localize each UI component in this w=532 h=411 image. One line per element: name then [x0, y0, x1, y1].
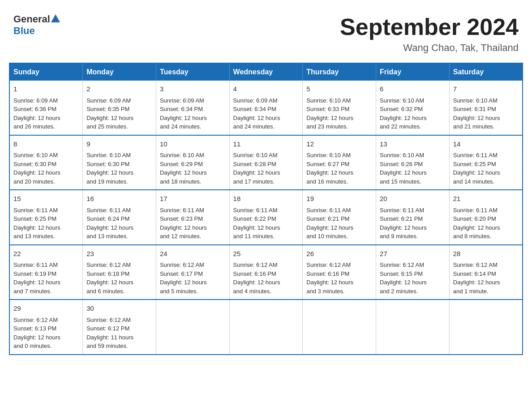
day-number: 11: [233, 139, 299, 150]
day-info: Sunrise: 6:11 AMSunset: 6:21 PMDaylight:…: [380, 207, 427, 240]
day-info: Sunrise: 6:12 AMSunset: 6:15 PMDaylight:…: [380, 261, 427, 295]
calendar-cell: 17 Sunrise: 6:11 AMSunset: 6:23 PMDaylig…: [156, 190, 229, 245]
day-number: 1: [13, 84, 79, 94]
calendar-header-row: SundayMondayTuesdayWednesdayThursdayFrid…: [9, 63, 523, 81]
weekday-header-thursday: Thursday: [303, 63, 376, 81]
calendar-cell: 9 Sunrise: 6:10 AMSunset: 6:30 PMDayligh…: [83, 135, 156, 190]
day-info: Sunrise: 6:12 AMSunset: 6:16 PMDaylight:…: [233, 261, 280, 295]
day-info: Sunrise: 6:12 AMSunset: 6:17 PMDaylight:…: [160, 261, 207, 295]
calendar-cell: 21 Sunrise: 6:11 AMSunset: 6:20 PMDaylig…: [449, 190, 523, 245]
calendar-cell: 6 Sunrise: 6:10 AMSunset: 6:32 PMDayligh…: [376, 81, 450, 135]
day-number: 23: [86, 249, 152, 259]
calendar-cell: 23 Sunrise: 6:12 AMSunset: 6:18 PMDaylig…: [83, 245, 156, 300]
calendar-cell: [303, 300, 376, 355]
day-info: Sunrise: 6:10 AMSunset: 6:33 PMDaylight:…: [306, 97, 353, 130]
day-info: Sunrise: 6:11 AMSunset: 6:19 PMDaylight:…: [13, 261, 60, 295]
calendar-cell: 11 Sunrise: 6:10 AMSunset: 6:28 PMDaylig…: [229, 135, 303, 190]
calendar-cell: [229, 300, 303, 355]
day-info: Sunrise: 6:11 AMSunset: 6:25 PMDaylight:…: [13, 207, 60, 240]
calendar-cell: 15 Sunrise: 6:11 AMSunset: 6:25 PMDaylig…: [9, 190, 83, 245]
calendar-cell: 22 Sunrise: 6:11 AMSunset: 6:19 PMDaylig…: [9, 245, 83, 300]
day-info: Sunrise: 6:09 AMSunset: 6:34 PMDaylight:…: [160, 97, 207, 130]
day-number: 24: [160, 249, 226, 259]
logo-general: General: [13, 13, 50, 25]
calendar-cell: 13 Sunrise: 6:10 AMSunset: 6:26 PMDaylig…: [376, 135, 450, 190]
calendar-week-row: 29 Sunrise: 6:12 AMSunset: 6:13 PMDaylig…: [9, 300, 523, 355]
day-info: Sunrise: 6:11 AMSunset: 6:21 PMDaylight:…: [306, 207, 353, 240]
calendar-cell: 16 Sunrise: 6:11 AMSunset: 6:24 PMDaylig…: [83, 190, 156, 245]
weekday-header-sunday: Sunday: [9, 63, 83, 81]
day-number: 5: [306, 84, 372, 94]
day-number: 6: [380, 84, 446, 94]
day-info: Sunrise: 6:12 AMSunset: 6:16 PMDaylight:…: [306, 261, 353, 295]
day-info: Sunrise: 6:10 AMSunset: 6:31 PMDaylight:…: [453, 97, 500, 130]
day-number: 27: [380, 249, 446, 259]
day-number: 17: [160, 194, 226, 204]
day-number: 29: [13, 304, 79, 314]
calendar-cell: 3 Sunrise: 6:09 AMSunset: 6:34 PMDayligh…: [156, 81, 229, 135]
day-number: 22: [13, 249, 79, 259]
day-number: 10: [160, 139, 226, 150]
day-info: Sunrise: 6:12 AMSunset: 6:13 PMDaylight:…: [13, 317, 60, 350]
calendar-cell: 19 Sunrise: 6:11 AMSunset: 6:21 PMDaylig…: [303, 190, 376, 245]
calendar-cell: 14 Sunrise: 6:11 AMSunset: 6:25 PMDaylig…: [449, 135, 523, 190]
day-number: 25: [233, 249, 299, 259]
calendar-cell: [449, 300, 523, 355]
logo-blue: Blue: [13, 25, 35, 37]
day-number: 21: [453, 194, 519, 204]
calendar-cell: 1 Sunrise: 6:09 AMSunset: 6:36 PMDayligh…: [9, 81, 83, 135]
calendar-cell: 10 Sunrise: 6:10 AMSunset: 6:29 PMDaylig…: [156, 135, 229, 190]
day-info: Sunrise: 6:10 AMSunset: 6:29 PMDaylight:…: [160, 152, 207, 185]
day-info: Sunrise: 6:09 AMSunset: 6:36 PMDaylight:…: [13, 97, 60, 130]
day-number: 2: [86, 84, 152, 94]
calendar-cell: 26 Sunrise: 6:12 AMSunset: 6:16 PMDaylig…: [303, 245, 376, 300]
day-info: Sunrise: 6:09 AMSunset: 6:34 PMDaylight:…: [233, 97, 280, 130]
day-number: 8: [13, 139, 79, 150]
day-number: 7: [453, 84, 519, 94]
weekday-header-friday: Friday: [376, 63, 450, 81]
calendar-cell: 2 Sunrise: 6:09 AMSunset: 6:35 PMDayligh…: [83, 81, 156, 135]
calendar-cell: 18 Sunrise: 6:11 AMSunset: 6:22 PMDaylig…: [229, 190, 303, 245]
day-info: Sunrise: 6:10 AMSunset: 6:30 PMDaylight:…: [13, 152, 60, 185]
day-number: 14: [453, 139, 519, 150]
calendar-week-row: 1 Sunrise: 6:09 AMSunset: 6:36 PMDayligh…: [9, 81, 523, 135]
day-number: 20: [380, 194, 446, 204]
calendar-cell: 25 Sunrise: 6:12 AMSunset: 6:16 PMDaylig…: [229, 245, 303, 300]
calendar-cell: 4 Sunrise: 6:09 AMSunset: 6:34 PMDayligh…: [229, 81, 303, 135]
day-info: Sunrise: 6:10 AMSunset: 6:27 PMDaylight:…: [306, 152, 353, 185]
calendar-cell: [376, 300, 450, 355]
logo-triangle-icon: [51, 14, 60, 22]
day-number: 3: [160, 84, 226, 94]
day-info: Sunrise: 6:10 AMSunset: 6:26 PMDaylight:…: [380, 152, 427, 185]
calendar-cell: 30 Sunrise: 6:12 AMSunset: 6:12 PMDaylig…: [83, 300, 156, 355]
day-number: 4: [233, 84, 299, 94]
day-info: Sunrise: 6:09 AMSunset: 6:35 PMDaylight:…: [86, 97, 133, 130]
logo: General Blue: [13, 13, 60, 37]
calendar-cell: 20 Sunrise: 6:11 AMSunset: 6:21 PMDaylig…: [376, 190, 450, 245]
month-title: September 2024: [340, 13, 519, 40]
calendar-cell: 8 Sunrise: 6:10 AMSunset: 6:30 PMDayligh…: [9, 135, 83, 190]
calendar-cell: 24 Sunrise: 6:12 AMSunset: 6:17 PMDaylig…: [156, 245, 229, 300]
day-number: 16: [86, 194, 152, 204]
day-number: 30: [86, 304, 152, 314]
weekday-header-wednesday: Wednesday: [229, 63, 303, 81]
page-header: General Blue September 2024 Wang Chao, T…: [9, 9, 523, 54]
calendar-cell: 29 Sunrise: 6:12 AMSunset: 6:13 PMDaylig…: [9, 300, 83, 355]
weekday-header-saturday: Saturday: [449, 63, 523, 81]
calendar-table: SundayMondayTuesdayWednesdayThursdayFrid…: [9, 63, 523, 355]
calendar-cell: 12 Sunrise: 6:10 AMSunset: 6:27 PMDaylig…: [303, 135, 376, 190]
day-info: Sunrise: 6:11 AMSunset: 6:22 PMDaylight:…: [233, 207, 280, 240]
day-number: 15: [13, 194, 79, 204]
calendar-cell: 28 Sunrise: 6:12 AMSunset: 6:14 PMDaylig…: [449, 245, 523, 300]
day-number: 28: [453, 249, 519, 259]
day-info: Sunrise: 6:10 AMSunset: 6:32 PMDaylight:…: [380, 97, 427, 130]
day-number: 13: [380, 139, 446, 150]
calendar-cell: 7 Sunrise: 6:10 AMSunset: 6:31 PMDayligh…: [449, 81, 523, 135]
day-info: Sunrise: 6:12 AMSunset: 6:12 PMDaylight:…: [86, 317, 133, 350]
day-info: Sunrise: 6:11 AMSunset: 6:24 PMDaylight:…: [86, 207, 133, 240]
day-info: Sunrise: 6:10 AMSunset: 6:28 PMDaylight:…: [233, 152, 280, 185]
calendar-week-row: 15 Sunrise: 6:11 AMSunset: 6:25 PMDaylig…: [9, 190, 523, 245]
calendar-cell: 27 Sunrise: 6:12 AMSunset: 6:15 PMDaylig…: [376, 245, 450, 300]
calendar-cell: 5 Sunrise: 6:10 AMSunset: 6:33 PMDayligh…: [303, 81, 376, 135]
day-info: Sunrise: 6:11 AMSunset: 6:20 PMDaylight:…: [453, 207, 500, 240]
